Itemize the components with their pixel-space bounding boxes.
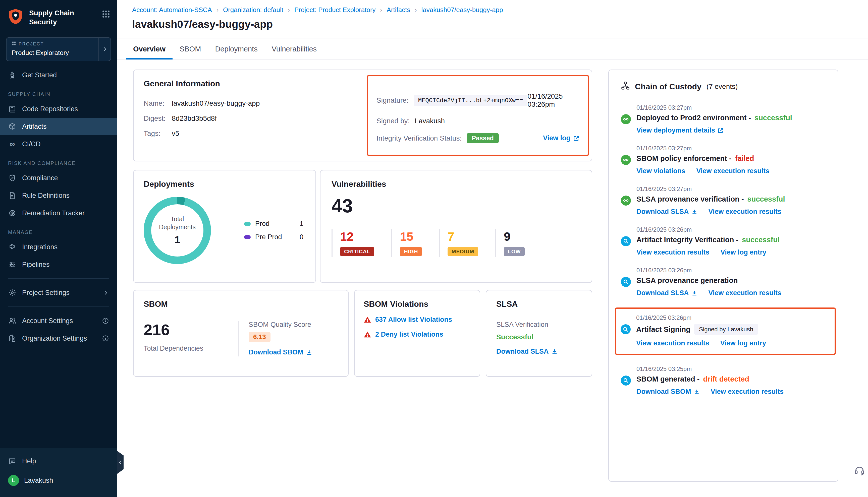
sbom-violations-card: SBOM Violations 637 Allow list Violation… [354,290,480,377]
sidebar-item-artifacts[interactable]: Artifacts [0,118,117,135]
breadcrumb-organization[interactable]: Organization: default [223,6,283,14]
view-execution-results-link[interactable]: View execution results [711,388,784,396]
general-information-card: General Information Name: lavakush07/eas… [133,70,592,161]
severity-medium: 7 MEDIUM [439,229,495,257]
event-timestamp: 01/16/2025 03:27pm [636,104,826,111]
warning-icon [364,331,371,338]
project-label: PROJECT [18,41,44,47]
view-execution-results-link[interactable]: View execution results [709,289,782,297]
project-selector[interactable]: PROJECT Product Exploratory [6,37,111,61]
sbom-card: SBOM 216 Total Dependencies SBOM Quality… [133,290,349,377]
info-icon[interactable] [102,335,109,342]
card-title: SBOM Violations [364,299,471,309]
sitemap-icon [621,81,630,92]
app-root: Supply Chain Security PROJECT Product Ex… [0,0,868,497]
severity-badge: CRITICAL [340,247,374,256]
event-slsa-provenance-verification: 01/16/2025 03:27pm SLSA provenance verif… [621,185,826,216]
user-menu[interactable]: L Lavakush [0,470,117,491]
people-icon [8,316,17,325]
event-status: successful [742,236,780,244]
breadcrumb-artifacts[interactable]: Artifacts [387,6,410,14]
download-icon [691,209,698,215]
event-status: drift detected [703,375,749,383]
download-slsa-link[interactable]: Download SLSA [636,208,698,216]
view-violations-link[interactable]: View violations [636,167,685,175]
view-execution-results-link[interactable]: View execution results [697,167,770,175]
download-slsa-link[interactable]: Download SLSA [496,347,558,355]
sidebar-item-organization-settings[interactable]: Organization Settings [0,330,117,347]
severity-badge: HIGH [400,247,422,256]
rocket-icon [8,71,17,79]
tab-deployments[interactable]: Deployments [208,39,265,59]
deployments-card: Deployments Total Deployments 1 [133,170,316,283]
breadcrumb-account[interactable]: Account: Automation-SSCA [132,6,212,14]
event-timestamp: 01/16/2025 03:27pm [636,185,826,193]
avatar: L [8,475,19,486]
sidebar-item-help[interactable]: Help [0,452,117,470]
module-grid-icon[interactable] [102,8,110,20]
chevron-right-icon[interactable] [102,289,109,296]
sidebar-item-rule-definitions[interactable]: Rule Definitions [0,187,117,204]
sliders-icon [8,260,17,269]
sidebar-item-get-started[interactable]: Get Started [0,66,117,84]
vulnerabilities-total: 43 [332,195,581,217]
chain-of-custody-title: Chain of Custody [635,82,701,91]
view-log-link[interactable]: View log [543,134,579,142]
download-sbom-link[interactable]: Download SBOM [249,349,312,356]
target-icon [8,209,17,217]
sidebar-footer: Help L Lavakush [0,448,117,497]
chevron-right-icon[interactable] [98,38,111,61]
field-name: Name: lavakush07/easy-buggy-app [144,99,355,108]
slsa-status: Successful [496,333,582,341]
signature-value: MEQCICde2VjIT...bL+2+mqnOXw== [414,95,528,106]
sidebar-item-project-settings[interactable]: Project Settings [0,284,117,301]
severity-high: 15 HIGH [391,229,439,257]
event-timestamp: 01/16/2025 03:27pm [636,145,826,152]
signature-timestamp: 01/16/2025 03:26pm [528,93,579,109]
severity-critical: 12 CRITICAL [332,229,391,257]
sidebar-item-integrations[interactable]: Integrations [0,238,117,256]
sbom-quality-label: SBOM Quality Score [249,321,338,329]
info-icon[interactable] [102,317,109,324]
sidebar-item-compliance[interactable]: Compliance [0,169,117,187]
cube-icon [8,122,17,131]
support-headset-icon[interactable] [854,465,865,478]
breadcrumb-project[interactable]: Project: Product Exploratory [294,6,376,14]
pipeline-event-icon [621,196,631,205]
field-tags: Tags: v5 [144,129,355,138]
allow-list-violations-link[interactable]: 637 Allow list Violations [375,316,452,324]
tab-sbom[interactable]: SBOM [172,39,208,59]
sbom-quality-score: 6.13 [249,332,270,342]
sidebar-item-account-settings[interactable]: Account Settings [0,312,117,330]
plug-icon [8,243,17,251]
sidebar-item-remediation-tracker[interactable]: Remediation Tracker [0,204,117,222]
view-execution-results-link[interactable]: View execution results [636,339,709,347]
legend-swatch [244,222,251,226]
tab-vulnerabilities[interactable]: Vulnerabilities [265,39,324,59]
view-execution-results-link[interactable]: View execution results [709,208,782,216]
sidebar-item-pipelines[interactable]: Pipelines [0,256,117,273]
card-title: General Information [144,79,355,88]
view-log-entry-link[interactable]: View log entry [720,248,767,256]
view-execution-results-link[interactable]: View execution results [636,248,710,256]
breadcrumb-separator: › [216,6,219,13]
shield-check-icon [8,174,17,182]
chain-of-custody-card: Chain of Custody (7 events) 01/16/2025 0… [608,70,838,482]
project-name: Product Exploratory [12,49,94,57]
view-log-entry-link[interactable]: View log entry [720,339,766,347]
tab-overview[interactable]: Overview [126,39,172,59]
scan-event-icon [621,236,631,246]
pipeline-event-icon [621,114,631,124]
violation-row: 2 Deny list Violations [364,330,471,338]
download-sbom-link[interactable]: Download SBOM [636,388,700,396]
deny-list-violations-link[interactable]: 2 Deny list Violations [375,330,443,338]
download-slsa-link[interactable]: Download SLSA [636,289,698,297]
breadcrumb-current[interactable]: lavakush07/easy-buggy-app [421,6,503,14]
sidebar-item-cicd[interactable]: ∞ CI/CD [0,135,117,153]
event-status: successful [755,114,792,122]
view-deployment-details-link[interactable]: View deployment details [636,127,724,134]
overview-content: General Information Name: lavakush07/eas… [117,60,868,497]
sidebar-divider [8,279,109,279]
event-sbom-generated: 01/16/2025 03:25pm SBOM generated - drif… [621,366,826,396]
sidebar-item-code-repositories[interactable]: Code Repositories [0,100,117,118]
